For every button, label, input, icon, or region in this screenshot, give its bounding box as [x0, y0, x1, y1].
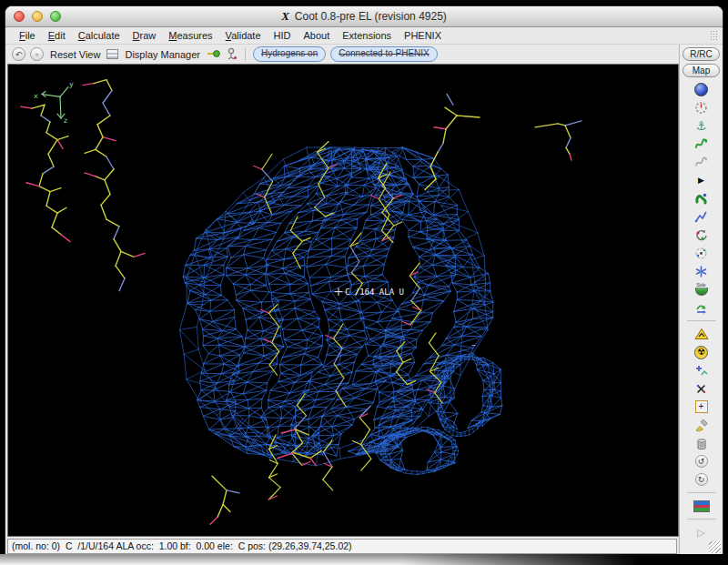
window-title: X Coot 0.8-pre EL (revision 4925) — [281, 9, 447, 24]
menubar-grip[interactable] — [710, 30, 718, 40]
sidebar-icons: ⚓▶Side☢+↺↻▷ — [687, 80, 716, 541]
axis-x-label: x — [34, 92, 38, 100]
regularize-zone-icon[interactable] — [692, 154, 712, 170]
axis-y-label: y — [69, 80, 74, 88]
fixed-atoms-icon[interactable]: ▶ — [692, 172, 712, 188]
real-space-refine-icon[interactable] — [692, 136, 712, 152]
menu-calculate[interactable]: Calculate — [72, 29, 126, 42]
anchor-icon[interactable]: ⚓ — [692, 117, 712, 134]
window-title-text: Coot 0.8-pre EL (revision 4925) — [295, 10, 447, 23]
rrc-button[interactable]: R/RC — [682, 47, 720, 61]
main-column: ↶ ▫ Reset View Display Manager Hydrogens… — [5, 45, 679, 555]
menu-measures[interactable]: Measures — [162, 29, 218, 42]
auto-fit-rotamer-icon[interactable] — [692, 227, 712, 243]
reset-view-icon[interactable]: ▫ — [30, 47, 44, 61]
menu-file[interactable]: File — [13, 29, 42, 42]
sidebar-separator — [687, 492, 716, 493]
rotate-translate-icon[interactable] — [692, 208, 712, 225]
side-chain-flip-icon[interactable]: Side — [692, 281, 712, 298]
window-shadow — [0, 554, 728, 565]
sidebar-separator — [687, 320, 716, 321]
scene-svg: xyzC /164 ALA U — [8, 65, 678, 536]
place-atom-icon[interactable]: + — [692, 399, 712, 415]
close-button[interactable] — [14, 11, 25, 22]
add-alt-conf-icon[interactable] — [692, 362, 712, 378]
x11-icon: X — [281, 9, 289, 24]
menu-edit[interactable]: Edit — [42, 29, 72, 42]
clear-pending-icon[interactable] — [692, 417, 712, 433]
timer-icon[interactable] — [692, 99, 712, 116]
minimize-button[interactable] — [32, 11, 43, 22]
content: ↶ ▫ Reset View Display Manager Hydrogens… — [5, 45, 723, 555]
map-button[interactable]: Map — [682, 64, 720, 77]
expand-icon[interactable]: ▷ — [692, 524, 712, 540]
menu-draw[interactable]: Draw — [126, 29, 163, 42]
rotamers-icon[interactable] — [692, 245, 712, 261]
menu-about[interactable]: About — [298, 29, 337, 42]
sidebar-separator — [687, 519, 716, 520]
redo-icon[interactable]: ↻ — [692, 471, 712, 488]
screen: { "window": { "title": "Coot 0.8-pre EL … — [0, 0, 728, 565]
coot-window: X Coot 0.8-pre EL (revision 4925) FileEd… — [5, 5, 723, 556]
display-manager-icon[interactable] — [106, 49, 118, 59]
delete-item-icon[interactable] — [692, 435, 712, 451]
pick-label: C /164 ALA U — [345, 288, 404, 297]
title-bar[interactable]: X Coot 0.8-pre EL (revision 4925) — [5, 6, 723, 27]
undo-icon[interactable]: ↺ — [692, 453, 712, 469]
run-refmac-icon[interactable] — [692, 498, 712, 514]
window-resize-grip[interactable] — [709, 541, 721, 553]
goto-ligand-icon[interactable] — [226, 47, 238, 62]
hydrogens-toggle-button[interactable]: Hydrogens on — [253, 46, 326, 62]
sphere-icon[interactable] — [692, 81, 712, 97]
graphics-viewport[interactable]: xyzC /164 ALA U — [7, 64, 679, 537]
reset-view-button[interactable]: Reset View — [48, 49, 102, 60]
toolbar-separator — [245, 48, 246, 61]
edit-chi-angles-icon[interactable] — [692, 263, 712, 279]
zoom-button[interactable] — [50, 11, 61, 22]
window-controls — [14, 11, 61, 22]
menu-validate[interactable]: Validate — [219, 29, 268, 42]
goto-atom-icon[interactable] — [207, 48, 221, 61]
mutate-icon[interactable]: ☢ — [692, 344, 712, 360]
status-bar: (mol. no: 0) C /1/U/164 ALA occ: 1.00 bf… — [5, 537, 679, 555]
torsion-general-icon[interactable] — [692, 380, 712, 397]
status-text: (mol. no: 0) C /1/U/164 ALA occ: 1.00 bf… — [7, 539, 677, 554]
menubar-items: FileEditCalculateDrawMeasuresValidateHID… — [13, 29, 448, 42]
nav-back-button[interactable]: ↶ — [12, 47, 25, 61]
display-manager-button[interactable]: Display Manager — [123, 49, 202, 60]
menu-hid[interactable]: HID — [268, 29, 298, 42]
phenix-connection-button[interactable]: Connected to PHENIX — [330, 46, 438, 62]
modelling-sidebar: R/RC Map ⚓▶Side☢+↺↻▷ — [679, 45, 723, 555]
menu-phenix[interactable]: PHENIX — [398, 29, 448, 42]
axis-z-label: z — [64, 116, 67, 125]
add-terminal-residue-icon[interactable] — [692, 326, 712, 342]
rigid-body-fit-icon[interactable] — [692, 190, 712, 207]
flip-peptide-icon[interactable] — [692, 299, 712, 316]
menu-extensions[interactable]: Extensions — [336, 29, 398, 42]
menubar: FileEditCalculateDrawMeasuresValidateHID… — [5, 27, 723, 45]
toolbar: ↶ ▫ Reset View Display Manager Hydrogens… — [5, 45, 679, 64]
